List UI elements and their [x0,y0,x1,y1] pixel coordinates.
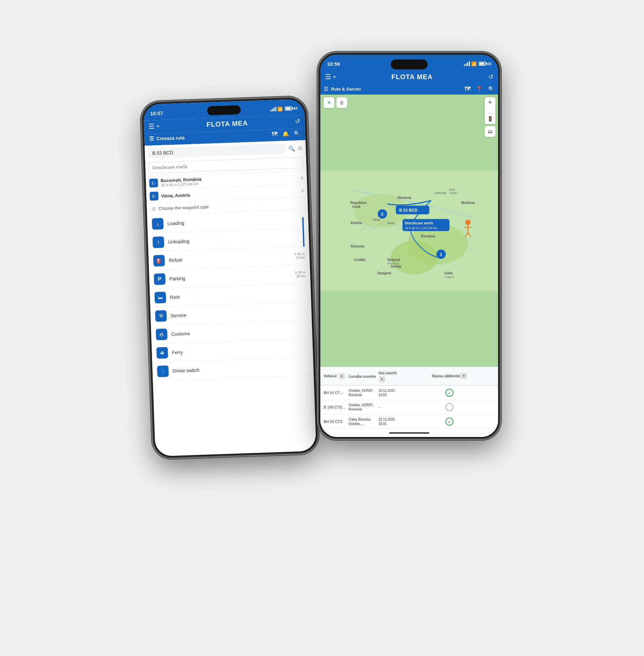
map-view-icon[interactable]: 🗺 [464,86,470,93]
service-label: Service [171,312,186,319]
status-ok-3: ✓ [445,418,454,426]
td-time-1-text: 23.11.2021 14:53 [378,389,402,397]
menu-icon-right[interactable]: ☰ [325,73,331,81]
left-phone-inner: 10:57 📶 84 [143,99,316,456]
filter-status-icon[interactable]: ▼ [461,373,467,379]
svg-text:Sarajevo: Sarajevo [377,271,391,275]
map-ctrl-bar: ☰ Rute & Sarcini 🗺 📍 🔍 [320,84,498,95]
svg-text:Belgrad: Belgrad [387,258,400,262]
table-row-3[interactable]: BH 55 CTS Calea Borșului, Oradea,… 23.11… [320,415,498,429]
td-loc-1-text: Oradea, 410597, Romania [348,389,377,397]
signal-bar-4 [275,107,276,111]
time-right: 10:59 [327,61,340,67]
svg-text:Descărcare marfa: Descărcare marfa [405,221,433,225]
map-svg: Republica Cehă Slovacia Austria Slovenia… [320,95,498,367]
svg-point-3 [391,241,438,274]
refuel-icon: ⛽ [153,255,165,266]
svg-text:Львів: Львів [450,191,457,194]
bell-icon-left[interactable]: 🔔 [282,131,290,138]
signal-bar-2 [272,109,273,111]
svg-text:16 h 46 m / 1.071,94 km: 16 h 46 m / 1.071,94 km [405,226,437,230]
customs-icon: ⊖ [156,329,167,341]
status-icons-left: 📶 84 [270,106,298,112]
dynamic-island-right [391,60,428,69]
td-status-1: ✓ [404,389,495,397]
refuel-label: Refuel [169,257,182,263]
filter-vehicle-icon[interactable]: ▼ [339,373,345,379]
left-phone: 10:57 📶 84 [141,97,318,458]
svg-text:Republica: Republica [350,201,367,205]
loading-icon: ↓ [152,218,164,230]
td-vehicle-2: B 190 CTS… [324,405,347,409]
svg-text:Viena: Viena [372,218,380,221]
td-loc-1: Oradea, 410597, Romania [348,389,377,397]
minus-circle-icon: ⊖ [151,206,156,212]
refresh-icon-left[interactable]: ↺ [295,117,300,125]
customs-label: Customs [171,331,190,337]
td-time-3: 23.11.2021 15:01 [378,417,402,426]
ferry-icon: ⛴ [156,347,168,359]
search-icon-right[interactable]: 🔍 [488,86,495,92]
td-loc-3: Calea Borșului, Oradea,… [348,417,377,426]
battery-fill-right [480,63,484,65]
battery-left [285,106,292,111]
svg-text:Serbia: Serbia [391,265,401,268]
refresh-icon-right[interactable]: ↺ [488,73,493,80]
search-btn-left[interactable]: 🔍 [288,145,295,151]
parking-time: h 26 m56 km [295,270,305,278]
table-row-1[interactable]: BH 91 CT… Oradea, 410597, Romania 23.11.… [320,386,498,400]
scene: 10:57 📶 84 [138,26,506,630]
signal-bar-r1 [464,64,465,66]
desc-input-left[interactable] [148,157,303,173]
home-indicator-right [389,432,429,434]
map-sub-title: Rute & Sarcini [331,87,361,92]
refuel-time: h 46 m72 km [295,252,305,260]
delete-btn[interactable]: 🗑 [337,97,347,108]
wp-text-1: București, România 16 h 46 m 1.071,94 km [161,173,298,187]
signal-bar-r2 [465,63,466,66]
th-loc: Locația curenta [348,373,377,379]
svg-text:Sofia: Sofia [444,271,453,275]
wp-name-2: Viena, Austria [161,188,298,198]
battery-pct-left: 84 [294,106,298,110]
hamburger-icon-left[interactable]: ☰ [149,136,154,142]
ferry-label: Ferry [172,349,183,355]
map-bg: Republica Cehă Slovacia Austria Slovenia… [320,95,498,367]
search-icon-left[interactable]: 🔍 [294,130,301,137]
sub-title-left: Creeaza ruta [156,135,185,141]
map-section: Republica Cehă Slovacia Austria Slovenia… [320,95,498,367]
map-plus-btn[interactable]: + [485,97,496,108]
svg-text:Slovacia: Slovacia [397,196,411,200]
map-layer-btn[interactable]: 🗂 [485,126,496,137]
td-loc-2-text: Oradea, 410597, Romania [348,403,377,412]
time-left: 10:57 [150,110,163,116]
close-icon-right[interactable]: ✕ [333,75,336,79]
left-sub-header-icons: 🗺 🔔 🔍 [272,130,301,138]
settings-btn-left[interactable]: ⚙ [298,145,302,151]
app-title-right: FLOTA MEA [336,73,488,81]
location-pin-icon[interactable]: 📍 [476,86,483,92]
map-icon-left[interactable]: 🗺 [272,131,278,138]
th-status: Starea călătoriei ▼ [404,373,495,379]
battery-right [479,62,486,66]
svg-text:1: 1 [440,252,442,257]
svg-text:Croatia: Croatia [354,258,366,262]
svg-text:София: София [444,275,454,279]
svg-point-32 [465,220,470,225]
service-icon: ⚒ [155,310,167,322]
battery-fill-left [286,107,291,109]
hamburger-map[interactable]: ☰ [324,86,328,92]
add-btn[interactable]: + [324,97,335,108]
wp-text-2: Viena, Austria [161,188,298,198]
table-row-2[interactable]: B 190 CTS… Oradea, 410597, Romania – [320,400,498,415]
wp-badge-2: 2↑ [150,191,159,201]
driver-switch-icon: 👤 [157,366,169,377]
td-time-2: – [378,405,402,409]
status-ok-1: ✓ [445,389,454,397]
menu-icon-left[interactable]: ☰ [148,122,155,131]
filter-time-icon[interactable]: ▼ [379,376,385,382]
dynamic-island-left [207,105,241,115]
map-traffic-btn[interactable]: 🚦 [485,113,496,124]
td-loc-2: Oradea, 410597, Romania [348,403,377,412]
td-time-3-text: 23.11.2021 15:01 [378,417,402,426]
